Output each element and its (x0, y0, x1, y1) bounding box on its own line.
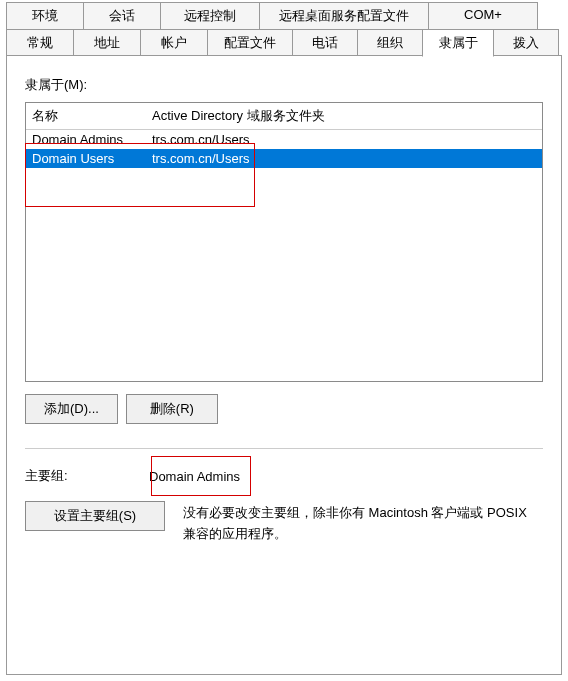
divider (25, 448, 543, 449)
tab-sessions[interactable]: 会话 (83, 2, 161, 30)
tab-account[interactable]: 帐户 (140, 29, 208, 57)
cell-folder: trs.com.cn/Users (152, 151, 536, 166)
tab-rds-profile[interactable]: 远程桌面服务配置文件 (259, 2, 429, 30)
add-button[interactable]: 添加(D)... (25, 394, 118, 424)
primary-group-label: 主要组: (25, 467, 149, 485)
groups-list-header: 名称 Active Directory 域服务文件夹 (26, 103, 542, 130)
tab-address[interactable]: 地址 (73, 29, 141, 57)
col-header-name[interactable]: 名称 (32, 107, 152, 125)
tab-dial-in[interactable]: 拨入 (493, 29, 559, 57)
tab-member-of[interactable]: 隶属于 (422, 29, 494, 57)
primary-group-action-row: 设置主要组(S) 没有必要改变主要组，除非你有 Macintosh 客户端或 P… (25, 501, 543, 545)
cell-name: Domain Admins (32, 132, 152, 147)
cell-folder: trs.com.cn/Users (152, 132, 536, 147)
col-header-folder[interactable]: Active Directory 域服务文件夹 (152, 107, 536, 125)
primary-group-description: 没有必要改变主要组，除非你有 Macintosh 客户端或 POSIX 兼容的应… (183, 501, 543, 545)
tab-environment[interactable]: 环境 (6, 2, 84, 30)
member-of-label: 隶属于(M): (25, 76, 543, 94)
tab-telephones[interactable]: 电话 (292, 29, 358, 57)
set-primary-group-button[interactable]: 设置主要组(S) (25, 501, 165, 531)
member-of-panel: 隶属于(M): 名称 Active Directory 域服务文件夹 Domai… (6, 55, 562, 675)
tab-remote-control[interactable]: 远程控制 (160, 2, 260, 30)
user-properties-dialog: 环境 会话 远程控制 远程桌面服务配置文件 COM+ 常规 地址 帐户 配置文件… (0, 0, 568, 681)
primary-group-row: 主要组: Domain Admins (25, 467, 543, 485)
tab-general[interactable]: 常规 (6, 29, 74, 57)
table-row[interactable]: Domain Admins trs.com.cn/Users (26, 130, 542, 149)
groups-list[interactable]: 名称 Active Directory 域服务文件夹 Domain Admins… (25, 102, 543, 382)
tab-profile[interactable]: 配置文件 (207, 29, 293, 57)
tab-strip: 环境 会话 远程控制 远程桌面服务配置文件 COM+ 常规 地址 帐户 配置文件… (0, 0, 568, 56)
button-row: 添加(D)... 删除(R) (25, 394, 543, 424)
primary-group-value: Domain Admins (149, 469, 240, 484)
cell-name: Domain Users (32, 151, 152, 166)
tab-organization[interactable]: 组织 (357, 29, 423, 57)
table-row[interactable]: Domain Users trs.com.cn/Users (26, 149, 542, 168)
remove-button[interactable]: 删除(R) (126, 394, 218, 424)
tab-com-plus[interactable]: COM+ (428, 2, 538, 30)
